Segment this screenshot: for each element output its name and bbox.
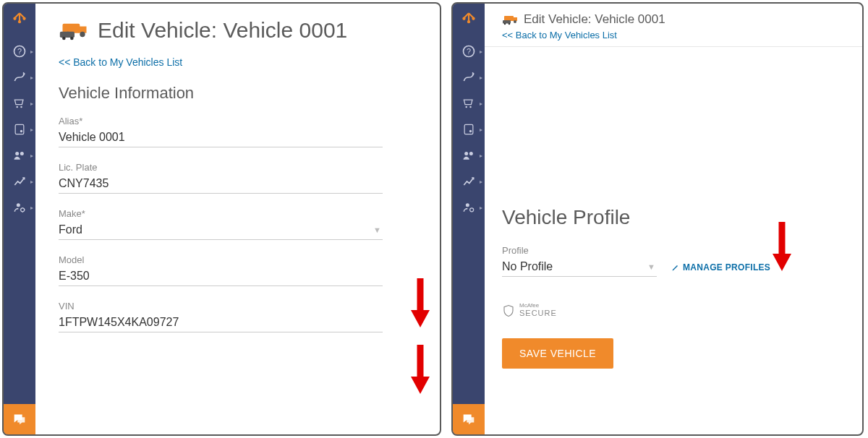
svg-point-19 (70, 37, 74, 40)
badge-brand-big: SECURE (519, 309, 557, 318)
make-select[interactable] (59, 222, 383, 240)
shield-icon (502, 304, 515, 318)
profile-row: Profile ▼ MANAGE PROFILES (502, 245, 846, 277)
cart-icon (461, 96, 476, 111)
plate-input[interactable] (59, 176, 383, 194)
svg-point-1 (22, 17, 25, 20)
sidebar-item-team[interactable]: ▸ (4, 142, 35, 168)
badge-brand-small: McAfee (519, 303, 557, 309)
app-logo[interactable] (4, 4, 35, 38)
svg-point-35 (466, 203, 469, 207)
sidebar-chat-button[interactable] (453, 404, 485, 434)
svg-rect-37 (504, 16, 514, 21)
sidebar-item-analytics[interactable]: ▸ (453, 168, 485, 194)
manage-profiles-link[interactable]: MANAGE PROFILES (671, 262, 770, 277)
app-logo[interactable] (453, 4, 485, 38)
sidebar-item-help[interactable]: ?▸ (453, 38, 485, 64)
sidebar-item-settings[interactable]: ▸ (453, 194, 485, 220)
save-vehicle-button[interactable]: SAVE VEHICLE (502, 338, 613, 369)
sidebar-item-addressbook[interactable]: ▸ (4, 116, 35, 142)
sidebar-item-help[interactable]: ? ▸ (4, 38, 35, 64)
svg-point-33 (464, 152, 468, 155)
sidebar-item-routes[interactable]: ▸ (453, 64, 485, 90)
logo-icon (10, 12, 29, 30)
field-make: Make* ▼ (59, 208, 420, 240)
user-settings-icon (12, 200, 27, 215)
svg-rect-7 (15, 124, 24, 134)
svg-point-9 (15, 152, 19, 155)
sidebar-item-orders[interactable]: ▸ (4, 90, 35, 116)
field-plate: Lic. Plate (59, 162, 420, 194)
sidebar-item-team[interactable]: ▸ (453, 142, 485, 168)
svg-point-5 (16, 106, 18, 108)
sidebar-item-orders[interactable]: ▸ (453, 90, 485, 116)
user-settings-icon (461, 200, 476, 215)
sidebar-item-routes[interactable]: ▸ (4, 64, 35, 90)
content-area: Edit Vehicle: Vehicle 0001 << Back to My… (35, 4, 440, 434)
page-title: Edit Vehicle: Vehicle 0001 (524, 12, 665, 27)
back-link[interactable]: << Back to My Vehicles List (59, 56, 182, 68)
svg-point-16 (80, 32, 85, 37)
svg-point-26 (467, 20, 470, 23)
alias-label: Alias* (59, 116, 420, 126)
svg-point-11 (17, 203, 20, 207)
pencil-icon (671, 263, 680, 272)
svg-point-8 (20, 130, 22, 132)
chat-icon (461, 411, 477, 427)
section-vehicle-profile-title: Vehicle Profile (502, 206, 846, 229)
addressbook-icon (461, 122, 476, 137)
routes-icon (12, 70, 27, 85)
sidebar: ? ▸ ▸ ▸ ▸ ▸ ▸ ▸ (4, 4, 35, 434)
svg-point-29 (465, 106, 467, 108)
svg-point-40 (514, 20, 516, 23)
chat-icon (12, 411, 27, 427)
routes-icon (461, 70, 476, 85)
model-input[interactable] (59, 268, 383, 286)
profile-select[interactable] (502, 259, 657, 277)
profile-label: Profile (502, 245, 657, 256)
plate-label: Lic. Plate (59, 162, 420, 173)
svg-rect-31 (464, 124, 473, 134)
field-vin: VIN (59, 301, 420, 332)
section-vehicle-info-title: Vehicle Information (59, 84, 420, 103)
svg-point-30 (469, 106, 472, 108)
svg-marker-23 (411, 377, 430, 394)
field-alias: Alias* (59, 116, 420, 147)
alias-input[interactable] (59, 129, 383, 147)
manage-profiles-label: MANAGE PROFILES (683, 262, 770, 272)
svg-point-24 (462, 17, 465, 20)
svg-text:?: ? (17, 47, 22, 56)
sidebar-item-analytics[interactable]: ▸ (4, 168, 35, 194)
svg-point-36 (470, 208, 474, 212)
help-icon: ? (461, 44, 476, 59)
svg-point-12 (21, 208, 25, 212)
svg-text:?: ? (467, 47, 471, 56)
sidebar-item-addressbook[interactable]: ▸ (453, 116, 485, 142)
sidebar-chat-button[interactable] (4, 404, 35, 434)
svg-point-42 (504, 23, 506, 25)
svg-point-10 (20, 152, 24, 155)
team-icon (461, 148, 476, 163)
make-label: Make* (59, 208, 420, 219)
help-icon: ? (12, 44, 27, 59)
vin-input[interactable] (59, 314, 383, 332)
sidebar-item-settings[interactable]: ▸ (4, 194, 35, 220)
svg-point-2 (18, 20, 21, 23)
model-label: Model (59, 254, 420, 265)
vehicle-header-icon (59, 20, 90, 41)
analytics-icon (461, 174, 476, 189)
page-header-compact: Edit Vehicle: Vehicle 0001 (502, 12, 846, 27)
svg-point-6 (20, 106, 22, 108)
back-link[interactable]: << Back to My Vehicles List (502, 30, 846, 40)
panel-edit-vehicle-top: ? ▸ ▸ ▸ ▸ ▸ ▸ ▸ (2, 2, 441, 436)
logo-icon (459, 12, 478, 30)
panel-edit-vehicle-bottom: ?▸ ▸ ▸ ▸ ▸ ▸ ▸ Edit Vehicle: Vehicle 000… (451, 2, 864, 436)
content-area: Edit Vehicle: Vehicle 0001 << Back to My… (485, 4, 862, 434)
analytics-icon (12, 174, 27, 189)
page-header: Edit Vehicle: Vehicle 0001 (59, 18, 420, 43)
team-icon (12, 148, 27, 163)
field-model: Model (59, 254, 420, 286)
sidebar: ?▸ ▸ ▸ ▸ ▸ ▸ ▸ (453, 4, 485, 434)
vin-label: VIN (59, 301, 420, 312)
cart-icon (12, 96, 27, 111)
